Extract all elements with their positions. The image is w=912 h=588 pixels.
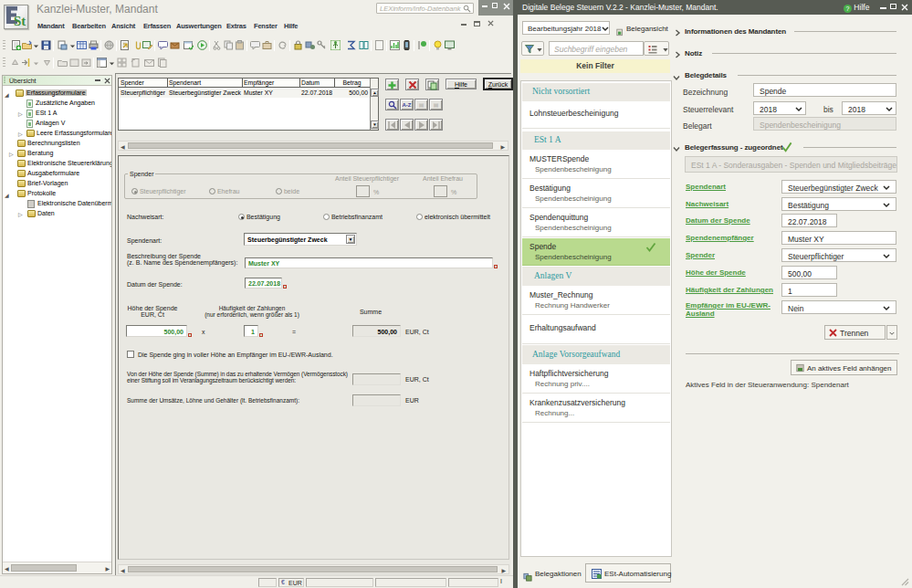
svg-text:St: St bbox=[14, 14, 26, 28]
